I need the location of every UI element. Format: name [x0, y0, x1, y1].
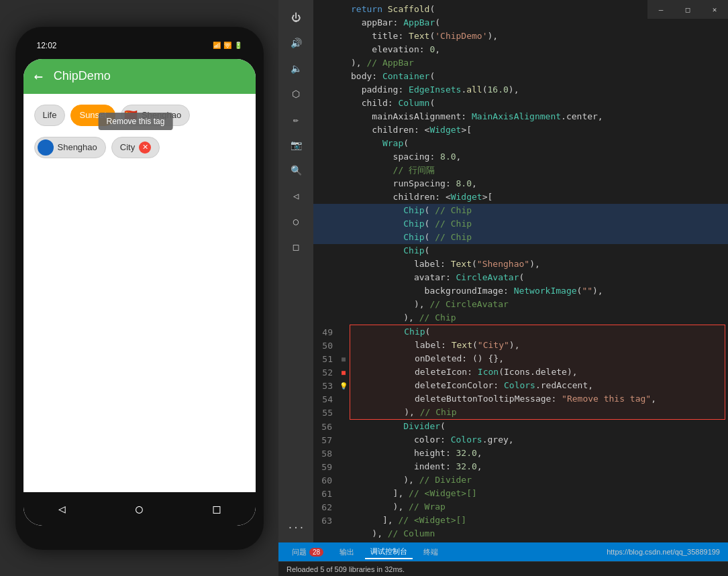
zoom-icon[interactable]: 🔍 [284, 158, 308, 182]
code-line: body: Container( [313, 70, 728, 83]
code-line: label: Text("Shenghao"), [313, 257, 728, 271]
ide-wrapper: ⏻ 🔊 🔈 ⬡ ✏ 📷 🔍 ◁ ○ □ ··· return Scaffold( [278, 0, 728, 542]
code-line-57: 57 color: Colors.grey, [313, 433, 728, 447]
code-line-56: 56 Divider( [313, 420, 728, 433]
code-line-62: 62 ), // Wrap [313, 500, 728, 514]
tab-issues[interactable]: 问题 28 [287, 546, 329, 559]
code-line: ), // AppBar [313, 56, 728, 70]
tab-debug-console[interactable]: 调试控制台 [365, 545, 413, 559]
chip-row-1: Life Sunset 🇨🇳 Shenghao [34, 105, 191, 126]
code-line-61: 61 ], // <Widget>[] [313, 487, 728, 500]
code-line: // 行间隔 [313, 164, 728, 177]
avatar [38, 139, 54, 156]
code-line-55: 55 ), // Chip [314, 406, 725, 419]
code-line: Chip( [313, 244, 728, 257]
code-line-chip3: Chip( // Chip [313, 231, 728, 244]
close-button[interactable]: ✕ [701, 0, 728, 19]
signal-icon: 📶 [213, 42, 221, 49]
code-line-60: 60 ), // Divider [313, 473, 728, 487]
recents-nav-button[interactable]: □ [213, 502, 220, 516]
code-editor[interactable]: return Scaffold( appBar: AppBar( title: … [313, 0, 728, 542]
chip-delete-button[interactable]: ✕ [139, 141, 151, 154]
app-content: Life Sunset 🇨🇳 Shenghao Shenghao [23, 94, 256, 492]
bottom-message: Reloaded 5 of 509 libraries in 32ms. [287, 565, 405, 573]
red-box-block: 49 Chip( 50 label: Text("City"), 51 ■ [350, 325, 725, 420]
code-line: ), // Chip [313, 311, 728, 325]
tab-output[interactable]: 输出 [334, 546, 360, 559]
maximize-button[interactable]: □ [674, 0, 701, 19]
bottom-bar: Reloaded 5 of 509 libraries in 32ms. [278, 561, 728, 576]
phone-time: 12:02 [37, 41, 57, 50]
code-line: mainAxisAlignment: MainAxisAlignment.cen… [313, 110, 728, 123]
app-bar: ← ChipDemo [23, 59, 256, 94]
chip-life[interactable]: Life [34, 105, 66, 126]
app-bar-title: ChipDemo [54, 69, 111, 83]
code-line-49: 49 Chip( [314, 325, 725, 339]
code-line-63: 63 ], // <Widget>[] [313, 514, 728, 527]
phone-panel: 12:02 📶 🛜 🔋 ← ChipDemo Life [0, 0, 278, 576]
phone-nav-bar: ◁ ○ □ [23, 492, 256, 526]
code-line: children: <Widget>[ [313, 190, 728, 204]
chip-row-2: Shenghao City ✕ Remove this tag [34, 137, 160, 158]
issues-badge: 28 [309, 548, 323, 557]
edit-icon[interactable]: ✏ [284, 107, 308, 131]
code-line-chip2: Chip( // Chip [313, 217, 728, 231]
back-button[interactable]: ← [34, 68, 43, 84]
speaker-icon[interactable]: 🔈 [284, 56, 308, 80]
code-line: title: Text('ChipDemo'), [313, 30, 728, 43]
phone-device: 12:02 📶 🛜 🔋 ← ChipDemo Life [15, 27, 264, 550]
chip-city[interactable]: City ✕ [111, 137, 160, 158]
code-line-54: 54 deleteButtonTooltipMessage: "Remove t… [314, 392, 725, 406]
home-nav-button[interactable]: ○ [136, 502, 143, 516]
ide-side-toolbar: ⏻ 🔊 🔈 ⬡ ✏ 📷 🔍 ◁ ○ □ ··· [278, 0, 313, 542]
wifi-icon: 🛜 [223, 42, 231, 49]
battery-icon: 🔋 [234, 42, 242, 49]
tab-terminal[interactable]: 终端 [418, 546, 444, 559]
flag-icon: 🇨🇳 [124, 109, 138, 121]
code-line-50: 50 label: Text("City"), [314, 339, 725, 352]
code-line: child: Column( [313, 97, 728, 110]
chip-shenghao-flag[interactable]: 🇨🇳 Shenghao [121, 105, 190, 126]
back-icon[interactable]: ◁ [284, 184, 308, 208]
chip-shenghao-avatar[interactable]: Shenghao [34, 137, 106, 158]
code-line-chip1: Chip( // Chip [313, 204, 728, 217]
code-line: runSpacing: 8.0, [313, 177, 728, 190]
code-line-51: 51 ■ onDeleted: () {}, [314, 352, 725, 365]
shape-icon[interactable]: ⬡ [284, 82, 308, 106]
code-line-53: 53 💡 deleteIconColor: Colors.redAccent, [314, 379, 725, 392]
code-line: elevation: 0, [313, 43, 728, 56]
status-url: https://blog.csdn.net/qq_35889199 [607, 548, 720, 556]
more-icon[interactable]: ··· [284, 518, 308, 542]
code-line: avatar: CircleAvatar( [313, 271, 728, 284]
circle-icon[interactable]: ○ [284, 209, 308, 233]
code-line-last: ), // Column [313, 527, 728, 540]
chip-sunset[interactable]: Sunset [70, 105, 115, 126]
ide-panel: — □ ✕ ⏻ 🔊 🔈 ⬡ ✏ 📷 🔍 ◁ ○ □ ··· r [278, 0, 728, 576]
code-line: children: <Widget>[ [313, 123, 728, 137]
chip-city-container: City ✕ Remove this tag [111, 137, 160, 158]
code-line: spacing: 8.0, [313, 150, 728, 164]
phone-screen: ← ChipDemo Life Sunset 🇨🇳 Shenghao [23, 59, 256, 526]
code-line-59: 59 indent: 32.0, [313, 460, 728, 473]
code-line: backgroundImage: NetworkImage(""), [313, 284, 728, 298]
code-lines: return Scaffold( appBar: AppBar( title: … [313, 0, 728, 542]
square-icon[interactable]: □ [284, 235, 308, 259]
code-line-58: 58 height: 32.0, [313, 447, 728, 460]
code-line: ), // CircleAvatar [313, 298, 728, 311]
power-icon[interactable]: ⏻ [284, 5, 308, 30]
camera-icon[interactable]: 📷 [284, 133, 308, 157]
minimize-button[interactable]: — [647, 0, 674, 19]
code-line-52: 52 ■ deleteIcon: Icon(Icons.delete), [314, 365, 725, 379]
volume-icon[interactable]: 🔊 [284, 31, 308, 55]
status-bar: 问题 28 输出 调试控制台 终端 https://blog.csdn.net/… [278, 542, 728, 561]
code-line: Wrap( [313, 137, 728, 150]
back-nav-button[interactable]: ◁ [58, 502, 66, 516]
code-line: padding: EdgeInsets.all(16.0), [313, 83, 728, 97]
window-controls: — □ ✕ [647, 0, 728, 19]
